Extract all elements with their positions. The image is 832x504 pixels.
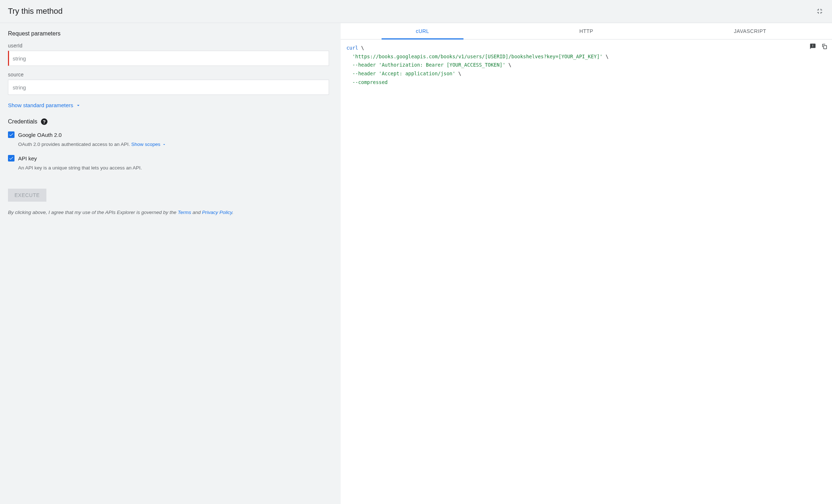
request-params-title: Request parameters	[8, 30, 329, 37]
privacy-link[interactable]: Privacy Policy	[202, 210, 232, 215]
page-title: Try this method	[8, 7, 63, 16]
code-hdr1: --header	[352, 62, 376, 68]
code-tabs: cURL HTTP JAVASCRIPT	[341, 23, 832, 39]
check-icon	[9, 132, 14, 137]
code-backslash: \	[506, 62, 511, 68]
code-sample: curl \ 'https://books.googleapis.com/boo…	[341, 39, 832, 91]
copy-icon	[821, 43, 828, 50]
code-compressed: --compressed	[352, 79, 388, 85]
apikey-desc: An API key is a unique string that lets …	[18, 165, 329, 171]
right-panel: cURL HTTP JAVASCRIPT curl \ 'https://boo…	[341, 23, 832, 504]
code-backslash: \	[455, 71, 461, 76]
chevron-down-icon	[162, 142, 166, 147]
oauth-label: Google OAuth 2.0	[18, 132, 62, 138]
source-input[interactable]	[8, 80, 329, 95]
credentials-title: Credentials	[8, 118, 37, 125]
code-hdr2: --header	[352, 71, 376, 76]
show-scopes-label: Show scopes	[131, 142, 160, 147]
disclaimer-mid: and	[191, 210, 202, 215]
left-panel: Request parameters userId source Show st…	[0, 23, 337, 504]
help-icon[interactable]: ?	[41, 118, 47, 125]
code-backslash: \	[358, 45, 364, 51]
oauth-checkbox[interactable]	[8, 131, 14, 138]
code-accept: 'Accept: application/json'	[376, 71, 455, 76]
tab-curl[interactable]: cURL	[341, 23, 504, 39]
copy-button[interactable]	[820, 42, 828, 50]
execute-button[interactable]: EXECUTE	[8, 189, 46, 202]
tab-http[interactable]: HTTP	[504, 23, 668, 39]
collapse-button[interactable]	[815, 7, 824, 16]
code-url: 'https://books.googleapis.com/books/v1/u…	[352, 54, 603, 59]
code-curl-kw: curl	[346, 45, 358, 51]
code-auth: 'Authorization: Bearer [YOUR_ACCESS_TOKE…	[376, 62, 506, 68]
svg-rect-0	[824, 46, 827, 49]
code-backslash: \	[603, 54, 608, 59]
disclaimer-pre: By clicking above, I agree that my use o…	[8, 210, 178, 215]
collapse-icon	[816, 8, 823, 15]
oauth-desc: OAuth 2.0 provides authenticated access …	[18, 142, 131, 147]
show-scopes-link[interactable]: Show scopes	[131, 142, 166, 147]
terms-link[interactable]: Terms	[178, 210, 191, 215]
feedback-button[interactable]	[809, 42, 817, 50]
tab-javascript[interactable]: JAVASCRIPT	[668, 23, 832, 39]
userid-input[interactable]	[8, 51, 329, 66]
apikey-label: API key	[18, 155, 37, 161]
header: Try this method	[0, 0, 832, 23]
show-standard-params-link[interactable]: Show standard parameters	[8, 102, 81, 108]
disclaimer: By clicking above, I agree that my use o…	[8, 209, 329, 217]
apikey-checkbox[interactable]	[8, 155, 14, 161]
show-standard-params-label: Show standard parameters	[8, 102, 73, 108]
feedback-icon	[810, 43, 816, 50]
userid-label: userId	[8, 43, 329, 49]
disclaimer-post: .	[232, 210, 234, 215]
source-label: source	[8, 72, 329, 77]
check-icon	[9, 156, 14, 161]
chevron-down-icon	[75, 102, 81, 108]
